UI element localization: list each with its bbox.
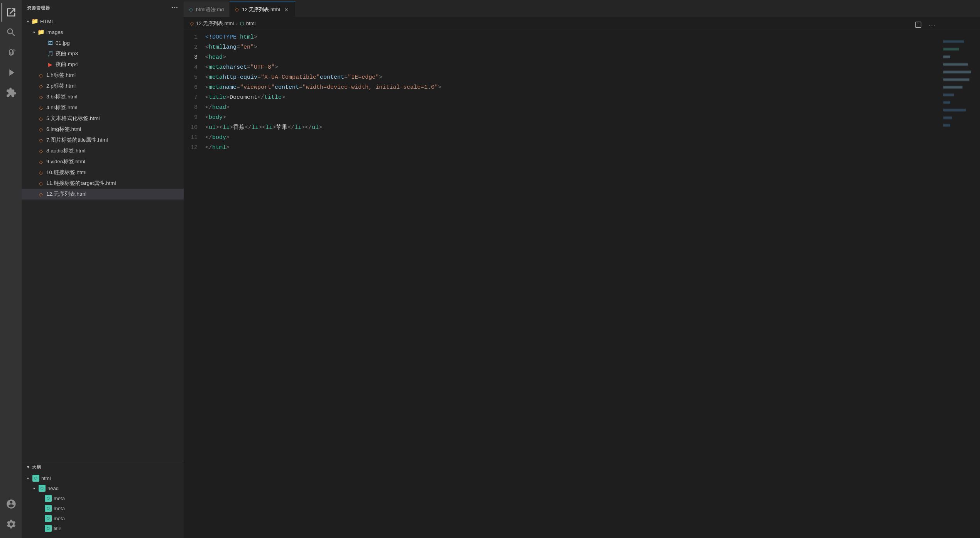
- code-line: <!DOCTYPE html>: [205, 32, 941, 42]
- tab-icon-html: ◇: [235, 7, 239, 12]
- html-icon: ◇: [37, 82, 45, 90]
- outline-header[interactable]: ▾ 大纲: [22, 461, 184, 473]
- outline-type-icon: ⬡: [39, 485, 46, 492]
- spacer: [31, 105, 37, 111]
- tree-item-mp3[interactable]: 🎵 夜曲.mp3: [22, 48, 184, 59]
- outline-item[interactable]: ▾ ⬡ html: [22, 473, 184, 483]
- tree-item-label: 4.hr标签.html: [46, 104, 78, 111]
- line-number: 9: [184, 113, 198, 123]
- activity-item-extensions[interactable]: [2, 83, 20, 102]
- activity-item-run[interactable]: [2, 63, 20, 82]
- breadcrumb-node[interactable]: html: [246, 20, 256, 26]
- tree-item-images[interactable]: ▾ 📁 images: [22, 27, 184, 37]
- html-icon: ◇: [37, 179, 45, 187]
- tree-item-file[interactable]: ◇ 7.图片标签的title属性.html: [22, 135, 184, 145]
- tree-item-file[interactable]: ◇ 4.hr标签.html: [22, 102, 184, 113]
- outline-item-label: meta: [54, 506, 65, 511]
- tree-item-label: 7.图片标签的title属性.html: [46, 137, 108, 144]
- spacer: [31, 191, 37, 197]
- tab-label-md: html语法.md: [196, 6, 224, 13]
- tree-item-label: 10.链接标签.html: [46, 169, 86, 176]
- tree-item-file[interactable]: ◇ 10.链接标签.html: [22, 167, 184, 178]
- folder-icon: 📁: [37, 28, 45, 36]
- line-number: 3: [184, 52, 198, 63]
- html-files-list: ◇ 1.h标签.html ◇ 2.p标签.html ◇ 3.br标签.html …: [22, 70, 184, 200]
- activity-item-settings[interactable]: [2, 515, 20, 533]
- activity-item-search[interactable]: [2, 23, 20, 42]
- activity-item-explorer[interactable]: [2, 3, 20, 22]
- html-icon: ◇: [37, 104, 45, 112]
- tab-label-html: 12.无序列表.html: [242, 6, 280, 13]
- editor-area: ◇ html语法.md ◇ 12.无序列表.html ✕ ··· ◇ 12.: [184, 0, 980, 538]
- breadcrumb-icon: ◇: [190, 20, 194, 26]
- outline-item-label: meta: [54, 496, 65, 501]
- outline-item-label: title: [54, 526, 61, 531]
- outline-item[interactable]: ⬡ meta: [22, 503, 184, 513]
- tree-item-root[interactable]: ▾ 📁 HTML: [22, 16, 184, 27]
- code-line: <meta http-equiv="X-UA-Compatible" conte…: [205, 73, 941, 83]
- tree-item-label: 夜曲.mp3: [56, 50, 78, 57]
- spacer: [31, 72, 37, 78]
- tree-item-file[interactable]: ◇ 5.文本格式化标签.html: [22, 113, 184, 124]
- tree-item-label: 6.img标签.html: [46, 126, 81, 133]
- html-icon: ◇: [37, 190, 45, 198]
- code-editor[interactable]: 123456789101112 <!DOCTYPE html><html lan…: [184, 30, 980, 538]
- chevron-icon: ▾: [33, 486, 39, 491]
- breadcrumb-file[interactable]: 12.无序列表.html: [196, 20, 234, 27]
- outline-item[interactable]: ⬡ meta: [22, 493, 184, 503]
- tree-item-file[interactable]: ◇ 6.img标签.html: [22, 124, 184, 135]
- folder-icon: 📁: [31, 17, 39, 25]
- spacer: [31, 159, 37, 165]
- activity-item-git[interactable]: [2, 43, 20, 62]
- tree-item-file[interactable]: ◇ 1.h标签.html: [22, 70, 184, 81]
- tab-md[interactable]: ◇ html语法.md: [184, 2, 230, 17]
- tree-item-file[interactable]: ◇ 12.无序列表.html: [22, 189, 184, 200]
- outline-item[interactable]: ▾ ⬡ head: [22, 483, 184, 493]
- tree-item-label: 11.链接标签的target属性.html: [46, 180, 116, 187]
- spacer: [31, 148, 37, 154]
- outline-section: ▾ 大纲 ▾ ⬡ html ▾ ⬡ head ⬡ meta ⬡ meta ⬡ m…: [22, 461, 184, 538]
- spacer: [31, 126, 37, 132]
- explorer-menu-btn[interactable]: ···: [171, 4, 178, 12]
- chevron-down-icon: ▾: [31, 29, 37, 35]
- spacer: [40, 61, 46, 68]
- tree-item-mp4[interactable]: ▶ 夜曲.mp4: [22, 59, 184, 70]
- image-icon: 🖼: [46, 39, 54, 47]
- tree-item-label: 12.无序列表.html: [46, 191, 86, 198]
- tree-item-file[interactable]: ◇ 11.链接标签的target属性.html: [22, 178, 184, 189]
- outline-type-icon: ⬡: [45, 525, 52, 532]
- tab-close-btn[interactable]: ✕: [283, 6, 290, 13]
- tree-item-01jpg[interactable]: 🖼 01.jpg: [22, 37, 184, 48]
- outline-item-label: html: [41, 475, 51, 481]
- activity-item-accounts[interactable]: [2, 495, 20, 513]
- html-icon: ◇: [37, 125, 45, 133]
- outline-type-icon: ⬡: [45, 505, 52, 512]
- breadcrumb-separator: ›: [236, 21, 238, 26]
- tree-item-file[interactable]: ◇ 8.audio标签.html: [22, 145, 184, 156]
- code-content[interactable]: <!DOCTYPE html><html lang="en"><head> <m…: [205, 30, 941, 538]
- outline-item-label: head: [47, 486, 59, 491]
- tree-item-file[interactable]: ◇ 9.video标签.html: [22, 156, 184, 167]
- outline-item[interactable]: ⬡ title: [22, 523, 184, 533]
- tree-item-file[interactable]: ◇ 2.p标签.html: [22, 81, 184, 91]
- activity-bar: [0, 0, 22, 538]
- chevron-down-icon: ▾: [27, 465, 30, 470]
- html-icon: ◇: [37, 71, 45, 79]
- tab-html[interactable]: ◇ 12.无序列表.html ✕: [230, 2, 296, 17]
- editor-toolbar: ···: [912, 19, 938, 31]
- html-icon: ◇: [37, 169, 45, 176]
- tree-item-label: 3.br标签.html: [46, 93, 78, 100]
- outline-type-icon: ⬡: [32, 475, 39, 482]
- tree-item-label: images: [46, 29, 63, 35]
- code-line: <body>: [205, 113, 941, 123]
- main-layout: 资源管理器 ··· ▾ 📁 HTML ▾ 📁 images 🖼 01.jpg: [0, 0, 980, 538]
- code-line: <meta name="viewport" content="width=dev…: [205, 83, 941, 93]
- split-editor-btn[interactable]: [912, 19, 924, 31]
- outline-type-icon: ⬡: [45, 515, 52, 522]
- audio-icon: 🎵: [46, 50, 54, 58]
- line-number: 1: [184, 32, 198, 42]
- breadcrumb: ◇ 12.无序列表.html › ⬡ html: [184, 17, 980, 30]
- tree-item-file[interactable]: ◇ 3.br标签.html: [22, 91, 184, 102]
- outline-item[interactable]: ⬡ meta: [22, 513, 184, 523]
- more-actions-btn[interactable]: ···: [926, 19, 938, 31]
